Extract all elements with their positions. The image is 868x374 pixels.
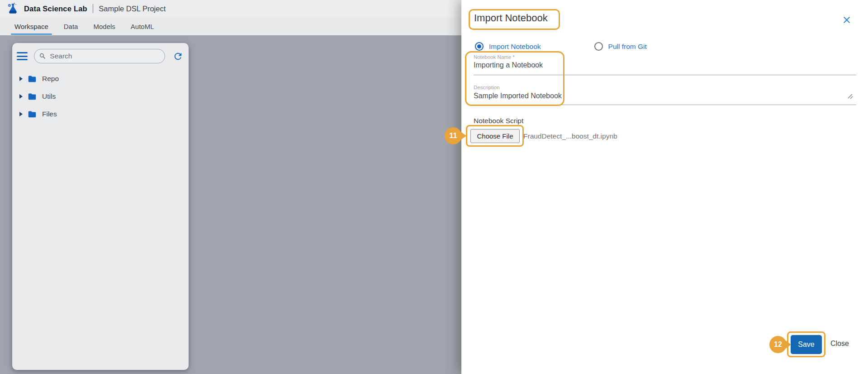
header-divider: [93, 4, 94, 13]
chevron-right-icon[interactable]: [19, 77, 23, 81]
close-x-icon[interactable]: [841, 14, 853, 26]
tree-item-label: Files: [42, 110, 57, 118]
app-background: Data Science Lab Sample DSL Project Work…: [0, 0, 461, 374]
search-box[interactable]: [34, 49, 165, 63]
app-logo-flask-icon: [5, 1, 20, 16]
refresh-icon[interactable]: [172, 51, 183, 62]
folder-icon: [27, 74, 37, 84]
app-header: Data Science Lab Sample DSL Project: [0, 0, 461, 17]
tab-automl[interactable]: AutoML: [128, 17, 157, 35]
selected-file-name: FraudDetect_...boost_dt.ipynb: [523, 132, 617, 140]
annotation-step-badge-11: 11: [445, 127, 462, 144]
radio-label: Import Notebook: [489, 43, 541, 51]
description-input[interactable]: Sample Imported Notebook: [474, 92, 562, 100]
save-button[interactable]: Save: [791, 335, 822, 354]
workspace-sidebar: Repo Utils: [12, 43, 189, 370]
chevron-right-icon[interactable]: [19, 94, 23, 99]
resize-handle-icon[interactable]: [847, 93, 854, 100]
tree-item-repo[interactable]: Repo: [17, 70, 189, 87]
radio-pull-from-git[interactable]: Pull from Git: [594, 42, 647, 51]
screen: Data Science Lab Sample DSL Project Work…: [0, 0, 868, 374]
search-icon: [39, 52, 46, 60]
tree-item-label: Utils: [42, 92, 56, 101]
notebook-script-label: Notebook Script: [474, 117, 523, 125]
description-underline: [474, 105, 856, 105]
radio-unselected-icon[interactable]: [594, 42, 603, 51]
choose-file-button[interactable]: Choose File: [470, 129, 520, 143]
file-tree: Repo Utils: [12, 67, 189, 123]
search-input[interactable]: [50, 52, 160, 60]
tab-models[interactable]: Models: [91, 17, 117, 35]
import-mode-radio-group: Import Notebook Pull from Git: [475, 42, 647, 51]
radio-label: Pull from Git: [608, 43, 647, 51]
chevron-right-icon[interactable]: [19, 112, 23, 116]
app-title: Data Science Lab: [24, 5, 87, 13]
folder-icon: [27, 109, 37, 119]
annotation-step-badge-12: 12: [769, 336, 787, 353]
dialog-title: Import Notebook: [474, 12, 548, 24]
description-label: Description: [474, 85, 500, 90]
notebook-name-input[interactable]: [474, 61, 856, 69]
folder-icon: [27, 91, 37, 101]
radio-import-notebook[interactable]: Import Notebook: [475, 42, 541, 51]
notebook-name-underline: [474, 75, 856, 75]
main-tabbar: Workspace Data Models AutoML: [0, 17, 461, 35]
tree-item-label: Repo: [42, 75, 59, 83]
close-button[interactable]: Close: [830, 340, 849, 348]
tree-item-files[interactable]: Files: [17, 105, 189, 123]
tree-item-utils[interactable]: Utils: [17, 87, 189, 105]
notebook-name-label: Notebook Name *: [474, 54, 515, 60]
tab-data[interactable]: Data: [62, 17, 81, 35]
hamburger-icon[interactable]: [17, 52, 28, 61]
import-notebook-dialog: Import Notebook Import Notebook Pull fro…: [461, 0, 868, 374]
radio-selected-icon[interactable]: [475, 42, 484, 51]
tab-workspace[interactable]: Workspace: [12, 17, 51, 35]
project-title: Sample DSL Project: [99, 5, 166, 13]
sidebar-toolbar: [12, 43, 189, 67]
